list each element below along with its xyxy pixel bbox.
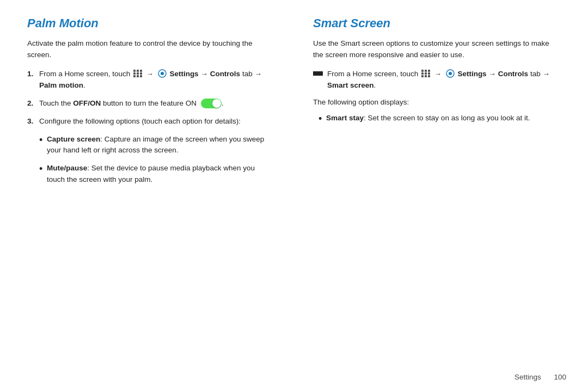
- step-1-number: 1.: [27, 69, 39, 80]
- smart-screen-square-bullets: From a Home screen, touch: [313, 69, 555, 91]
- svg-point-21: [449, 72, 452, 75]
- svg-rect-8: [140, 75, 142, 77]
- step-3-content: Configure the following options (touch e…: [39, 116, 270, 127]
- toggle-thumb: [212, 99, 221, 108]
- footer-page-number: 100: [554, 373, 566, 381]
- step-2-content: Touch the OFF/ON button to turn the feat…: [39, 98, 270, 109]
- smart-stay-label: Smart stay: [326, 114, 364, 122]
- bullet-mute-content: Mute/pause: Set the device to pause medi…: [47, 163, 270, 186]
- capture-screen-label: Capture screen: [47, 135, 100, 143]
- svg-rect-11: [421, 70, 424, 72]
- page-container: Palm Motion Activate the palm motion fea…: [0, 0, 588, 392]
- smart-stay-dot: •: [318, 113, 326, 124]
- bullet-smart-stay: • Smart stay: Set the screen to stay on …: [318, 113, 555, 124]
- svg-rect-13: [428, 70, 430, 72]
- smart-screen-title: Smart Screen: [313, 16, 555, 30]
- smart-screen-section: Smart Screen Use the Smart screen option…: [291, 16, 566, 376]
- toggle-track: [201, 99, 222, 108]
- toggle-switch[interactable]: [201, 99, 222, 108]
- smart-screen-intro: Use the Smart screen options to customiz…: [313, 38, 555, 61]
- svg-rect-18: [425, 75, 427, 77]
- svg-rect-4: [137, 72, 139, 75]
- following-option-text: The following option displays:: [313, 98, 555, 106]
- step-3: 3. Configure the following options (touc…: [27, 116, 270, 127]
- square-bullet-icon: [313, 71, 323, 76]
- settings-icon-1: [158, 69, 167, 78]
- footer: Settings 100: [514, 373, 566, 381]
- smart-screen-label: Smart screen: [327, 81, 374, 89]
- bullet-dot-2: •: [39, 163, 47, 174]
- svg-rect-7: [137, 75, 139, 77]
- footer-settings-label: Settings: [514, 373, 541, 381]
- arrow-right: →: [434, 70, 442, 78]
- step-2: 2. Touch the OFF/ON button to turn the f…: [27, 98, 270, 109]
- bullet-capture-content: Capture screen: Capture an image of the …: [47, 134, 270, 157]
- palm-motion-bullets: • Capture screen: Capture an image of th…: [39, 134, 270, 186]
- palm-motion-section: Palm Motion Activate the palm motion fea…: [22, 16, 291, 376]
- svg-rect-1: [137, 70, 139, 72]
- svg-point-10: [161, 72, 164, 75]
- svg-rect-6: [133, 75, 136, 77]
- bullet-dot-1: •: [39, 134, 47, 145]
- smart-screen-step-content: From a Home screen, touch: [327, 69, 555, 91]
- svg-rect-17: [421, 75, 424, 77]
- step-2-number: 2.: [27, 98, 39, 109]
- grid-icon-right: [421, 70, 430, 77]
- step-1: 1. From a Home screen, touch: [27, 69, 270, 91]
- smart-stay-content: Smart stay: Set the screen to stay on as…: [326, 113, 555, 124]
- palm-motion-intro: Activate the palm motion feature to cont…: [27, 38, 270, 61]
- step-2-offon: OFF/ON: [73, 99, 101, 107]
- svg-rect-16: [428, 72, 430, 75]
- arrow-1: →: [146, 70, 154, 78]
- step-1-palm-motion: Palm motion: [39, 81, 83, 89]
- svg-rect-5: [140, 72, 142, 75]
- step-1-content: From a Home screen, touch: [39, 69, 270, 91]
- mute-pause-label: Mute/pause: [47, 164, 87, 172]
- bullet-mute-pause: • Mute/pause: Set the device to pause me…: [39, 163, 270, 186]
- smart-screen-step: From a Home screen, touch: [313, 69, 555, 91]
- grid-icon: [133, 70, 142, 77]
- svg-rect-19: [428, 75, 430, 77]
- smart-screen-bullets: • Smart stay: Set the screen to stay on …: [318, 113, 555, 124]
- palm-motion-steps: 1. From a Home screen, touch: [27, 69, 270, 127]
- svg-rect-0: [133, 70, 136, 72]
- right-settings: Settings → Controls: [457, 70, 528, 78]
- bullet-capture-screen: • Capture screen: Capture an image of th…: [39, 134, 270, 157]
- svg-rect-2: [140, 70, 142, 72]
- svg-rect-15: [425, 72, 427, 75]
- palm-motion-title: Palm Motion: [27, 16, 270, 30]
- step-1-settings: Settings → Controls: [169, 70, 240, 78]
- svg-rect-12: [425, 70, 427, 72]
- svg-rect-3: [133, 72, 136, 75]
- step-3-number: 3.: [27, 116, 39, 127]
- settings-icon-right: [446, 69, 455, 78]
- svg-rect-14: [421, 72, 424, 75]
